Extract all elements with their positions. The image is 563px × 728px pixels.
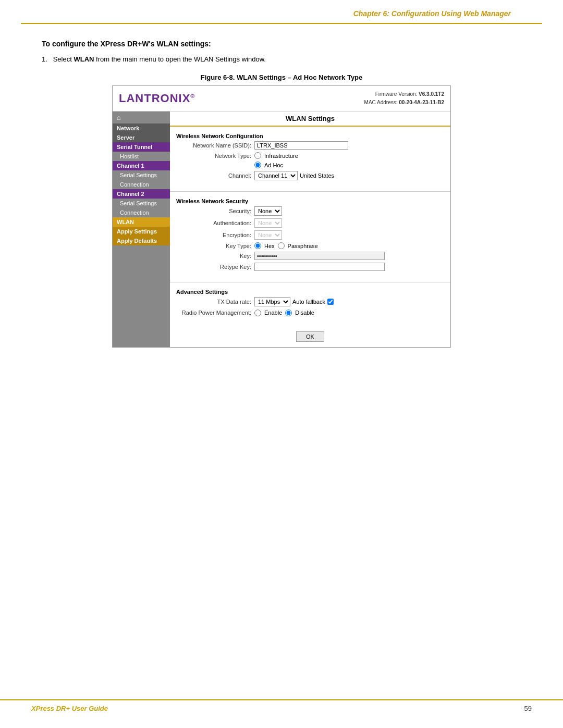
wireless-config-heading: Wireless Network Configuration [170, 131, 450, 141]
footer-title: XPress DR+ User Guide [31, 705, 108, 712]
wm-page-title: WLAN Settings [170, 112, 450, 127]
ok-row: OK [170, 323, 450, 347]
key-type-row: Key Type: Hex Passphrase [176, 242, 444, 249]
channel-label: Channel: [176, 172, 254, 179]
sidebar-home-icon[interactable]: ⌂ [113, 112, 170, 124]
network-type-row: Network Type: Infrastructure [176, 152, 444, 159]
retype-control [254, 263, 444, 271]
auto-fallback-checkbox[interactable] [327, 299, 334, 305]
disable-label: Disable [295, 310, 314, 316]
retype-input[interactable] [254, 263, 385, 271]
wm-sidebar: ⌂ Network Server Serial Tunnel Hostlist … [113, 112, 170, 347]
sidebar-item-connection-1[interactable]: Connection [113, 180, 170, 189]
country-value: United States [300, 172, 334, 179]
sidebar-item-serial-settings-2[interactable]: Serial Settings [113, 199, 170, 208]
encryption-select[interactable]: None [254, 230, 282, 240]
tx-rate-select[interactable]: 11 Mbps [254, 297, 290, 306]
sidebar-item-network[interactable]: Network [113, 124, 170, 133]
advanced-settings-form: TX Data rate: 11 Mbps Auto fallback [170, 297, 450, 323]
sidebar-item-connection-2[interactable]: Connection [113, 208, 170, 217]
sidebar-item-wlan[interactable]: WLAN [113, 217, 170, 227]
security-label: Security: [176, 208, 254, 214]
advanced-settings-heading: Advanced Settings [170, 287, 450, 297]
tx-rate-control: 11 Mbps Auto fallback [254, 297, 444, 306]
mac-label: MAC Address: [364, 100, 398, 105]
security-row: Security: None [176, 206, 444, 216]
key-type-label: Key Type: [176, 243, 254, 249]
firmware-label: Firmware Version: [375, 91, 418, 97]
security-select[interactable]: None [254, 206, 282, 216]
key-label: Key: [176, 253, 254, 259]
radio-power-disable[interactable] [285, 310, 292, 316]
mac-line: MAC Address: 00-20-4A-23-11-B2 [364, 98, 444, 107]
radio-power-text: Radio Power Management: [182, 310, 251, 316]
content-area: To configure the XPress DR+W's WLAN sett… [0, 24, 563, 363]
ssid-label: Network Name (SSID): [176, 142, 254, 149]
encryption-label: Encryption: [176, 232, 254, 238]
adhoc-control: Ad Hoc [254, 162, 444, 168]
encryption-row: Encryption: None [176, 230, 444, 240]
sidebar-item-channel1[interactable]: Channel 1 [113, 161, 170, 170]
ssid-input[interactable] [254, 141, 348, 150]
radio-power-enable[interactable] [254, 310, 261, 316]
key-type-control: Hex Passphrase [254, 242, 444, 249]
radio-passphrase[interactable] [278, 242, 285, 249]
security-control: None [254, 206, 444, 216]
sidebar-item-channel2[interactable]: Channel 2 [113, 189, 170, 199]
divider-2 [170, 282, 450, 282]
key-row: Key: [176, 252, 444, 260]
sidebar-item-apply-defaults[interactable]: Apply Defaults [113, 236, 170, 245]
channel-control: Channel 11 United States [254, 171, 444, 180]
step1-instruction: 1. Select WLAN from the main menu to ope… [42, 55, 521, 63]
retype-label: Retype Key: [176, 264, 254, 270]
passphrase-label: Passphrase [288, 243, 318, 249]
mac-value: 00-20-4A-23-11-B2 [399, 100, 444, 105]
sidebar-item-apply-settings[interactable]: Apply Settings [113, 227, 170, 236]
chapter-header: Chapter 6: Configuration Using Web Manag… [21, 0, 542, 24]
tx-rate-label: TX Data rate: [176, 299, 254, 305]
channel-select[interactable]: Channel 11 [254, 171, 298, 180]
step-number: 1. Select [42, 55, 74, 63]
page-footer: XPress DR+ User Guide 59 [0, 699, 563, 712]
auth-select[interactable]: None [254, 218, 282, 228]
ssid-control [254, 141, 444, 150]
wm-header: LANTRONIX® Firmware Version: V6.3.0.1T2 … [113, 86, 450, 112]
radio-adhoc[interactable] [254, 162, 261, 168]
authentication-row: Authentication: None [176, 218, 444, 228]
encryption-control: None [254, 230, 444, 240]
sidebar-item-hostlist[interactable]: Hostlist [113, 152, 170, 161]
radio-infrastructure[interactable] [254, 152, 261, 159]
divider-1 [170, 191, 450, 192]
wm-main-panel: WLAN Settings Wireless Network Configura… [170, 112, 450, 347]
tx-rate-row: TX Data rate: 11 Mbps Auto fallback [176, 297, 444, 306]
radio-power-label: Radio Power Management: [176, 309, 254, 316]
section-heading: To configure the XPress DR+W's WLAN sett… [42, 40, 521, 48]
network-type-control: Infrastructure [254, 152, 444, 159]
firmware-value: V6.3.0.1T2 [419, 91, 444, 97]
chapter-title: Chapter 6: Configuration Using Web Manag… [353, 9, 511, 18]
wm-logo: LANTRONIX® [119, 92, 195, 105]
radio-power-row: Radio Power Management: Enable Disable [176, 309, 444, 316]
adhoc-row: Ad Hoc [176, 162, 444, 168]
wireless-config-form: Network Name (SSID): Network Type: Infra… [170, 141, 450, 187]
page-number: 59 [524, 705, 532, 712]
key-input[interactable] [254, 252, 385, 260]
web-manager-ui: LANTRONIX® Firmware Version: V6.3.0.1T2 … [112, 85, 451, 348]
figure-caption: Figure 6-8. WLAN Settings – Ad Hoc Netwo… [42, 73, 521, 81]
wm-firmware-info: Firmware Version: V6.3.0.1T2 MAC Address… [364, 90, 444, 107]
sidebar-item-server[interactable]: Server [113, 133, 170, 142]
radio-hex[interactable] [254, 242, 261, 249]
channel-row: Channel: Channel 11 United States [176, 171, 444, 180]
retype-key-row: Retype Key: [176, 263, 444, 271]
network-type-label: Network Type: [176, 153, 254, 159]
infrastructure-label: Infrastructure [264, 153, 298, 159]
adhoc-label: Ad Hoc [264, 162, 283, 168]
sidebar-item-serial-tunnel[interactable]: Serial Tunnel [113, 142, 170, 152]
ok-button[interactable]: OK [296, 331, 324, 342]
hex-label: Hex [264, 243, 275, 249]
step1-wlan-bold: WLAN [74, 55, 94, 63]
sidebar-item-serial-settings-1[interactable]: Serial Settings [113, 170, 170, 180]
auto-fallback-label: Auto fallback [292, 299, 325, 305]
firmware-line: Firmware Version: V6.3.0.1T2 [364, 90, 444, 98]
wireless-security-heading: Wireless Network Security [170, 196, 450, 206]
